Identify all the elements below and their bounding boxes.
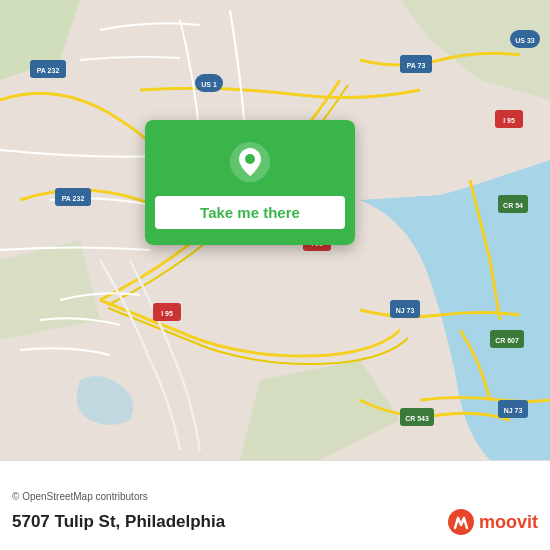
svg-text:US 33: US 33 — [515, 37, 535, 44]
popup-card: Take me there — [145, 120, 355, 245]
take-me-there-button[interactable]: Take me there — [155, 196, 345, 229]
svg-text:CR 543: CR 543 — [405, 415, 429, 422]
map-container: PA 232 PA 232 US 1 PA 73 US 33 I 95 I 95… — [0, 0, 550, 460]
bottom-bar: © OpenStreetMap contributors 5707 Tulip … — [0, 460, 550, 550]
svg-text:CR 54: CR 54 — [503, 202, 523, 209]
moovit-label: moovit — [479, 512, 538, 533]
location-pin-icon — [228, 140, 272, 184]
svg-text:PA 232: PA 232 — [37, 67, 60, 74]
svg-text:PA 73: PA 73 — [407, 62, 426, 69]
address-row: 5707 Tulip St, Philadelphia moovit — [12, 508, 538, 536]
moovit-icon — [447, 508, 475, 536]
address-text: 5707 Tulip St, Philadelphia — [12, 512, 225, 532]
svg-text:I 95: I 95 — [161, 310, 173, 317]
svg-text:I 95: I 95 — [503, 117, 515, 124]
svg-text:PA 232: PA 232 — [62, 195, 85, 202]
map-attribution: © OpenStreetMap contributors — [12, 491, 538, 502]
popup-green-area: Take me there — [145, 120, 355, 245]
svg-text:NJ 73: NJ 73 — [504, 407, 523, 414]
svg-text:US 1: US 1 — [201, 81, 217, 88]
svg-text:NJ 73: NJ 73 — [396, 307, 415, 314]
svg-text:CR 607: CR 607 — [495, 337, 519, 344]
svg-point-33 — [245, 154, 255, 164]
moovit-logo: moovit — [447, 508, 538, 536]
